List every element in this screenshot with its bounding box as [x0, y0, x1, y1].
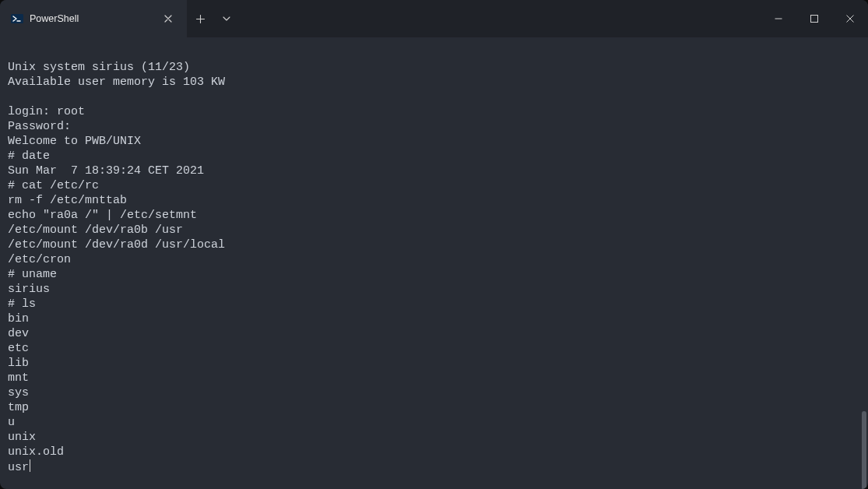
- close-window-button[interactable]: [832, 0, 868, 37]
- tab-title: PowerShell: [30, 13, 135, 24]
- terminal-line: Unix system sirius (11/23): [8, 61, 190, 74]
- terminal-line: /etc/cron: [8, 253, 71, 266]
- terminal-line: usr: [8, 461, 29, 474]
- terminal-line: # ls: [8, 297, 36, 311]
- terminal-line: sys: [8, 386, 29, 399]
- terminal-line: login: root: [8, 105, 85, 118]
- scrollbar-thumb[interactable]: [862, 411, 866, 489]
- cursor: [30, 459, 30, 472]
- terminal-line: etc: [8, 342, 29, 355]
- terminal-line: Available user memory is 103 KW: [8, 76, 225, 89]
- maximize-button[interactable]: [796, 0, 832, 37]
- terminal-line: # cat /etc/rc: [8, 179, 99, 192]
- terminal-line: # uname: [8, 268, 57, 281]
- svg-rect-0: [11, 14, 23, 23]
- powershell-icon: [11, 12, 23, 25]
- terminal-line: unix.old: [8, 445, 64, 459]
- close-tab-button[interactable]: [157, 8, 179, 30]
- terminal-line: tmp: [8, 401, 29, 414]
- terminal-line: Welcome to PWB/UNIX: [8, 135, 141, 148]
- terminal-line: dev: [8, 327, 29, 340]
- terminal-line: bin: [8, 312, 29, 325]
- terminal-line: rm -f /etc/mnttab: [8, 194, 127, 207]
- terminal-viewport[interactable]: Unix system sirius (11/23) Available use…: [0, 37, 868, 489]
- terminal-line: mnt: [8, 371, 29, 385]
- terminal-line: sirius: [8, 283, 50, 296]
- terminal-line: lib: [8, 357, 29, 370]
- terminal-line: u: [8, 416, 15, 429]
- tab-powershell[interactable]: PowerShell: [0, 0, 187, 37]
- window-controls: [761, 0, 868, 37]
- new-tab-button[interactable]: [187, 0, 213, 37]
- terminal-line: # date: [8, 150, 50, 163]
- terminal-line: echo "ra0a /" | /etc/setmnt: [8, 209, 197, 222]
- terminal-line: /etc/mount /dev/ra0d /usr/local: [8, 238, 225, 252]
- terminal-line: Sun Mar 7 18:39:24 CET 2021: [8, 164, 204, 178]
- terminal-line: /etc/mount /dev/ra0b /usr: [8, 223, 183, 237]
- minimize-button[interactable]: [761, 0, 796, 37]
- titlebar-drag-area[interactable]: [240, 0, 761, 37]
- terminal-line: Password:: [8, 120, 71, 133]
- terminal-line: unix: [8, 431, 36, 444]
- titlebar: PowerShell: [0, 0, 868, 37]
- tab-actions: [187, 0, 240, 37]
- tab-dropdown-button[interactable]: [213, 0, 240, 37]
- svg-rect-3: [811, 16, 818, 23]
